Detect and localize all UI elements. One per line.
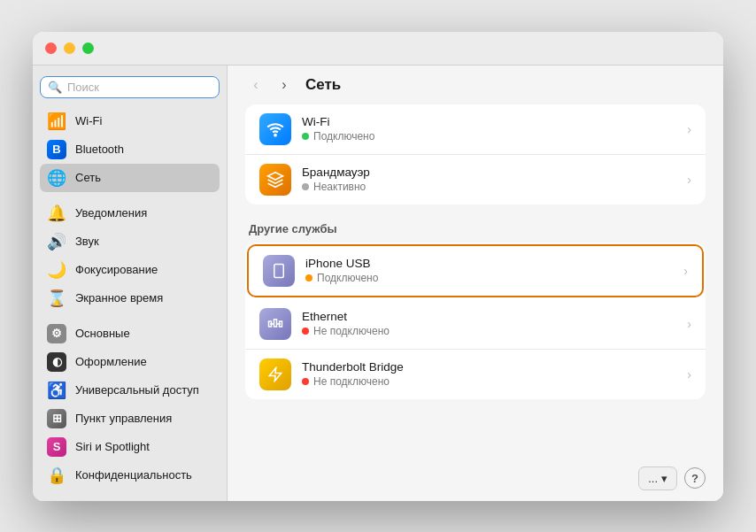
wifi-name: Wi-Fi bbox=[302, 115, 676, 128]
privacy-icon: 🔒 bbox=[47, 466, 66, 485]
sidebar-item-appearance[interactable]: ◐Оформление bbox=[40, 348, 220, 376]
sidebar-item-privacy[interactable]: 🔒Конфиденциальность bbox=[40, 461, 220, 490]
search-icon: 🔍 bbox=[48, 81, 62, 94]
search-input[interactable] bbox=[67, 81, 212, 94]
network-item-ethernet[interactable]: Ethernet Не подключено › bbox=[245, 299, 706, 350]
sidebar-item-screentime[interactable]: ⌛Экранное время bbox=[40, 284, 220, 312]
sidebar-item-siri[interactable]: SSiri и Spotlight bbox=[40, 433, 220, 461]
network-item-iphone-usb[interactable]: iPhone USB Подключено › bbox=[247, 244, 704, 297]
sidebar-label-general: Основные bbox=[75, 327, 130, 340]
iphone-usb-status: Подключено bbox=[305, 272, 673, 284]
sidebar-item-general[interactable]: ⚙Основные bbox=[40, 320, 220, 348]
thunderbolt-status-dot bbox=[302, 378, 309, 385]
forward-button[interactable]: › bbox=[274, 74, 295, 96]
maximize-button[interactable] bbox=[82, 42, 94, 54]
thunderbolt-name: Thunderbolt Bridge bbox=[302, 360, 676, 374]
thunderbolt-chevron: › bbox=[687, 367, 691, 382]
sidebar-item-control[interactable]: ⊞Пункт управления bbox=[40, 405, 220, 433]
ethernet-name: Ethernet bbox=[302, 310, 676, 323]
notifications-icon: 🔔 bbox=[47, 204, 66, 223]
firewall-info: Брандмауэр Неактивно bbox=[302, 166, 676, 193]
ethernet-status-dot bbox=[302, 328, 309, 335]
wifi-icon bbox=[259, 113, 291, 145]
thunderbolt-icon bbox=[259, 359, 291, 390]
ethernet-info: Ethernet Не подключено bbox=[302, 310, 676, 337]
iphone-usb-info: iPhone USB Подключено bbox=[305, 257, 673, 284]
svg-point-0 bbox=[274, 134, 276, 135]
main-window: 🔍 📶Wi-FiBBluetooth🌐Сеть🔔Уведомления🔊Звук… bbox=[33, 32, 723, 501]
sidebar-label-privacy: Конфиденциальность bbox=[75, 468, 192, 482]
main-services-list: Wi-Fi Подключено › Брандмауэр Неактивно … bbox=[245, 104, 706, 204]
wifi-status-text: Подключено bbox=[313, 130, 374, 143]
sidebar-label-accessibility: Универсальный доступ bbox=[75, 383, 199, 397]
sidebar-item-notifications[interactable]: 🔔Уведомления bbox=[40, 199, 220, 227]
thunderbolt-status-text: Не подключено bbox=[313, 375, 390, 388]
firewall-status-text: Неактивно bbox=[313, 181, 366, 193]
help-button[interactable]: ? bbox=[684, 467, 706, 489]
sidebar-label-bluetooth: Bluetooth bbox=[75, 143, 124, 156]
sidebar: 🔍 📶Wi-FiBBluetooth🌐Сеть🔔Уведомления🔊Звук… bbox=[33, 66, 228, 501]
chevron-down-icon: ▾ bbox=[661, 472, 667, 485]
ethernet-status-text: Не подключено bbox=[313, 325, 390, 337]
more-icon: ... bbox=[648, 472, 658, 485]
iphone-usb-chevron: › bbox=[683, 264, 688, 278]
general-icon: ⚙ bbox=[47, 324, 66, 343]
sidebar-item-wifi[interactable]: 📶Wi-Fi bbox=[40, 107, 220, 135]
other-services-label: Другие службы bbox=[249, 222, 706, 235]
firewall-chevron: › bbox=[687, 173, 691, 187]
bluetooth-icon: B bbox=[47, 140, 66, 159]
control-icon: ⊞ bbox=[47, 409, 66, 428]
title-bar bbox=[33, 32, 723, 66]
sidebar-item-accessibility[interactable]: ♿Универсальный доступ bbox=[40, 376, 220, 405]
sidebar-label-sound: Звук bbox=[75, 235, 99, 248]
sidebar-items-list: 📶Wi-FiBBluetooth🌐Сеть🔔Уведомления🔊Звук🌙Ф… bbox=[40, 107, 220, 490]
network-item-firewall[interactable]: Брандмауэр Неактивно › bbox=[245, 155, 706, 204]
help-label: ? bbox=[691, 472, 698, 485]
minimize-button[interactable] bbox=[64, 42, 75, 54]
sidebar-item-focus[interactable]: 🌙Фокусирование bbox=[40, 256, 220, 284]
sidebar-label-control: Пункт управления bbox=[75, 412, 172, 425]
firewall-status-dot bbox=[302, 183, 309, 190]
traffic-lights bbox=[45, 42, 94, 54]
more-button[interactable]: ... ▾ bbox=[638, 466, 677, 490]
wifi-chevron: › bbox=[687, 122, 691, 136]
sidebar-item-network[interactable]: 🌐Сеть bbox=[40, 164, 220, 192]
bottom-toolbar: ... ▾ ? bbox=[228, 456, 723, 501]
iphone-usb-status-dot bbox=[305, 274, 312, 281]
wifi-status-dot bbox=[302, 133, 309, 140]
svg-marker-8 bbox=[269, 367, 282, 381]
sidebar-label-network: Сеть bbox=[75, 171, 101, 184]
content-area: 🔍 📶Wi-FiBBluetooth🌐Сеть🔔Уведомления🔊Звук… bbox=[33, 66, 723, 501]
wifi-info: Wi-Fi Подключено bbox=[302, 115, 676, 143]
back-button[interactable]: ‹ bbox=[245, 74, 266, 96]
focus-icon: 🌙 bbox=[47, 260, 66, 280]
sidebar-label-appearance: Оформление bbox=[75, 355, 147, 368]
sidebar-item-sound[interactable]: 🔊Звук bbox=[40, 227, 220, 256]
sidebar-label-siri: Siri и Spotlight bbox=[75, 440, 150, 453]
main-panel: ‹ › Сеть Wi-Fi Подключено › Брандм bbox=[228, 66, 723, 501]
wifi-status: Подключено bbox=[302, 130, 676, 143]
firewall-icon bbox=[259, 164, 291, 196]
other-services-list: iPhone USB Подключено › Ethernet Не подк… bbox=[245, 243, 706, 399]
sidebar-label-focus: Фокусирование bbox=[75, 263, 158, 276]
firewall-status: Неактивно bbox=[302, 181, 676, 193]
close-button[interactable] bbox=[45, 42, 57, 54]
sidebar-item-bluetooth[interactable]: BBluetooth bbox=[40, 135, 220, 164]
siri-icon: S bbox=[47, 437, 66, 457]
search-box[interactable]: 🔍 bbox=[40, 76, 220, 98]
ethernet-icon bbox=[259, 308, 291, 340]
sidebar-label-wifi: Wi-Fi bbox=[75, 114, 102, 127]
network-icon: 🌐 bbox=[47, 168, 66, 188]
appearance-icon: ◐ bbox=[47, 352, 66, 372]
iphone-usb-status-text: Подключено bbox=[317, 272, 378, 284]
network-item-thunderbolt[interactable]: Thunderbolt Bridge Не подключено › bbox=[245, 350, 706, 399]
ethernet-chevron: › bbox=[687, 317, 691, 331]
wifi-icon: 📶 bbox=[47, 112, 66, 131]
sidebar-label-notifications: Уведомления bbox=[75, 206, 147, 220]
panel-content: Wi-Fi Подключено › Брандмауэр Неактивно … bbox=[228, 104, 723, 456]
svg-rect-4 bbox=[274, 319, 277, 326]
accessibility-icon: ♿ bbox=[47, 381, 66, 400]
sidebar-label-screentime: Экранное время bbox=[75, 291, 163, 305]
network-item-wifi[interactable]: Wi-Fi Подключено › bbox=[245, 104, 706, 155]
screentime-icon: ⌛ bbox=[47, 289, 66, 308]
